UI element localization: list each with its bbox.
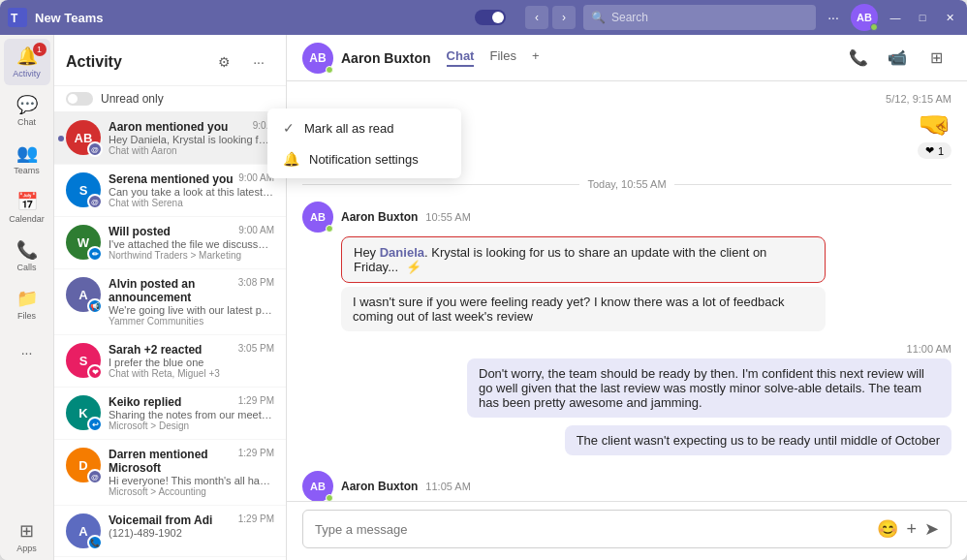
sidebar-item-calendar[interactable]: 📅 Calendar (4, 184, 50, 231)
svg-text:T: T (11, 12, 18, 25)
activity-item-content: Voicemail from Adi 1:29 PM (121)-489-190… (109, 513, 274, 548)
voice-call-button[interactable]: 📞 (843, 43, 874, 74)
reaction-icon: ⚡ (406, 260, 421, 274)
activity-more-icon[interactable]: ··· (243, 47, 274, 78)
sidebar-item-chat[interactable]: 💬 Chat (4, 87, 50, 134)
apps-icon: ⊞ (19, 520, 34, 542)
list-item[interactable]: K ↩ Keiko replied 1:29 PM Sharing the no… (54, 388, 286, 440)
teams-icon: 👥 (16, 142, 38, 164)
date-divider: Today, 10:55 AM (302, 178, 951, 190)
calendar-icon: 📅 (16, 191, 38, 212)
tab-files[interactable]: Files (489, 48, 515, 67)
list-item[interactable]: W ✏ Will posted 9:00 AM I've attached th… (54, 217, 286, 269)
notification-settings-item[interactable]: 🔔 Notification settings (267, 143, 461, 174)
sidebar: 🔔 Activity 1 💬 Chat 👥 Teams 📅 Calendar 📞… (0, 35, 54, 560)
close-button[interactable]: ✕ (940, 8, 959, 27)
tab-add[interactable]: + (532, 48, 540, 67)
search-box[interactable]: 🔍 Search (583, 5, 816, 30)
attach-button[interactable]: + (906, 519, 917, 540)
list-item[interactable]: A 📢 Alvin posted an announcement 3:08 PM… (54, 269, 286, 335)
sidebar-item-files[interactable]: 📁 Files (4, 281, 50, 327)
message-bubble: I wasn't sure if you were feeling ready … (341, 287, 826, 331)
user-avatar[interactable]: AB (851, 4, 878, 31)
activity-label: Activity (13, 69, 41, 78)
bell-icon: 🔔 (283, 151, 299, 167)
list-item[interactable]: AB @ Aaron mentioned you 9:0... Hey Dani… (54, 112, 286, 165)
list-item[interactable]: D @ Darren mentioned Microsoft 1:29 PM H… (54, 440, 286, 506)
message-group: AB Aaron Buxton 11:05 AM Thank you for a… (302, 471, 951, 501)
user-status-indicator (870, 23, 878, 31)
sender-status (326, 225, 333, 233)
nav-arrows: ‹ › (525, 6, 576, 29)
emoji-message: 🤜 (918, 109, 951, 140)
message-input[interactable] (315, 522, 869, 537)
chat-label: Chat (17, 117, 36, 127)
main-content: 🔔 Activity 1 💬 Chat 👥 Teams 📅 Calendar 📞… (0, 35, 967, 560)
activity-item-time: 3:08 PM (238, 277, 274, 304)
avatar: AB @ (66, 120, 101, 155)
own-message-bubble: Don't worry, the team should be ready by… (467, 358, 951, 418)
maximize-button[interactable]: □ (913, 8, 932, 27)
activity-item-name: Aaron mentioned you (109, 120, 228, 134)
message-time: 11:05 AM (425, 481, 470, 492)
back-button[interactable]: ‹ (525, 6, 548, 29)
unread-toggle[interactable] (66, 92, 93, 106)
message-group: AB Aaron Buxton 10:55 AM Hey Daniela. Kr… (302, 202, 951, 331)
activity-item-content: Keiko replied 1:29 PM Sharing the notes … (109, 395, 274, 431)
activity-item-name: Darren mentioned Microsoft (109, 448, 238, 475)
files-icon: 📁 (16, 288, 38, 309)
activity-item-source: Chat with Aaron (109, 145, 274, 156)
toggle-knob (492, 12, 504, 23)
activity-type-badge: ❤ (87, 364, 103, 380)
activity-item-name: Serena mentioned you (109, 172, 234, 186)
search-icon: 🔍 (591, 11, 606, 24)
list-item[interactable]: S ❤ Sarah +2 reacted 3:05 PM I prefer th… (54, 335, 286, 388)
teams-label: Teams (14, 166, 40, 175)
send-button[interactable]: ➤ (924, 518, 939, 540)
activity-type-badge: @ (87, 194, 103, 209)
emoji-button[interactable]: 😊 (877, 518, 898, 540)
activity-item-name: Will posted (109, 225, 171, 238)
list-item[interactable]: A 📞 Voicemail from Adi 1:29 PM (121)-489… (54, 506, 286, 557)
activity-item-msg: Hey Daniela, Krystal is looking for u... (109, 134, 274, 145)
message-sender-name: Aaron Buxton (341, 480, 418, 493)
activity-item-time: 3:05 PM (238, 343, 274, 357)
unread-filter-label: Unread only (101, 92, 164, 106)
activity-item-content: Will posted 9:00 AM I've attached the fi… (109, 225, 274, 261)
sidebar-item-teams[interactable]: 👥 Teams (4, 136, 50, 182)
chat-icon: 💬 (16, 94, 38, 115)
avatar: A 📞 (66, 513, 101, 548)
tab-chat[interactable]: Chat (447, 48, 475, 67)
list-item[interactable]: S @ Serena mentioned you 9:00 AM Can you… (54, 165, 286, 217)
activity-item-msg: I've attached the file we discussed t... (109, 238, 274, 250)
activity-item-msg: (121)-489-1902 (109, 527, 274, 539)
activity-item-msg: Can you take a look at this latest fi... (109, 186, 274, 198)
activity-item-source: Yammer Communities (109, 316, 274, 327)
more-options-button[interactable]: ··· (824, 8, 843, 27)
sender-status (326, 494, 333, 501)
activity-filter-icon[interactable]: ⚙ (208, 47, 239, 78)
notification-settings-label: Notification settings (309, 152, 419, 167)
activity-type-badge: ✏ (87, 246, 103, 262)
sidebar-item-activity[interactable]: 🔔 Activity 1 (4, 39, 50, 85)
calls-icon: 📞 (16, 239, 38, 261)
activity-dropdown-menu: ✓ Mark all as read 🔔 Notification settin… (267, 109, 461, 178)
activity-type-badge: @ (87, 469, 103, 484)
activity-item-name: Alvin posted an announcement (109, 277, 238, 304)
new-teams-toggle[interactable] (475, 10, 506, 25)
mark-all-read-item[interactable]: ✓ Mark all as read (267, 112, 461, 143)
activity-filter-row: Unread only (54, 86, 286, 112)
activity-item-source: Microsoft > Design (109, 420, 274, 431)
activity-item-content: Sarah +2 reacted 3:05 PM I prefer the bl… (109, 343, 274, 379)
minimize-button[interactable]: — (886, 8, 905, 27)
message-sender-name: Aaron Buxton (341, 210, 418, 224)
video-call-button[interactable]: 📹 (882, 43, 913, 74)
sidebar-toggle-button[interactable]: ⊞ (920, 43, 951, 74)
forward-button[interactable]: › (552, 6, 576, 29)
message-time: 10:55 AM (425, 211, 470, 223)
sidebar-item-apps[interactable]: ⊞ Apps (4, 513, 50, 560)
sidebar-item-more[interactable]: ··· (4, 329, 50, 376)
sidebar-item-calls[interactable]: 📞 Calls (4, 233, 50, 279)
activity-item-name: Voicemail from Adi (109, 513, 212, 527)
checkmark-icon: ✓ (283, 120, 295, 136)
